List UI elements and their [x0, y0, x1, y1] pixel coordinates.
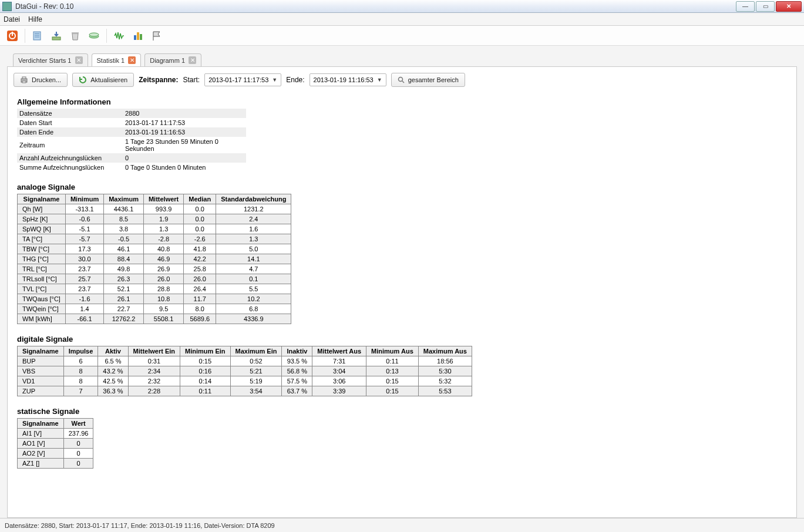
tab-close-icon[interactable]: ✕ [189, 56, 196, 64]
cell-value: 4436.1 [104, 204, 144, 214]
cell-value: 26.0 [143, 274, 183, 284]
digital-heading: digitale Signale [17, 335, 787, 344]
static-heading: statische Signale [17, 407, 787, 416]
tab-diagramm[interactable]: Diagramm 1 ✕ [144, 53, 201, 66]
cell-value: 36.3 % [98, 386, 128, 396]
print-button[interactable]: Drucken... [14, 73, 68, 87]
cell-value: 46.9 [143, 254, 183, 264]
menu-file[interactable]: Datei [4, 15, 20, 23]
waveform-icon[interactable] [112, 28, 127, 43]
cell-value: 42.2 [184, 254, 216, 264]
cell-value: 6.5 % [98, 356, 128, 366]
printer-icon [20, 76, 28, 84]
column-header: Standardabweichung [216, 194, 291, 204]
cell-value: -0.6 [65, 214, 103, 224]
cell-value: 42.5 % [98, 376, 128, 386]
tab-close-icon[interactable]: ✕ [128, 56, 136, 64]
cell-value: 26.9 [143, 264, 183, 274]
cell-value: 11.7 [184, 294, 216, 304]
cell-value: 30.0 [65, 254, 103, 264]
full-range-button[interactable]: gesamter Bereich [391, 73, 465, 87]
cell-value: 0:13 [366, 366, 419, 376]
cell-value: 28.8 [143, 284, 183, 294]
info-key: Daten Ende [17, 127, 123, 137]
disk-icon[interactable] [86, 28, 102, 43]
cell-value: 52.1 [104, 284, 144, 294]
info-key: Zeitraum [17, 137, 123, 153]
cell-value: 88.4 [104, 254, 144, 264]
analog-table: SignalnameMinimumMaximumMittelwertMedian… [17, 194, 291, 324]
statusbar: Datensätze: 2880, Start: 2013-01-17 11:1… [0, 518, 804, 532]
svg-rect-3 [33, 32, 41, 40]
flag-icon[interactable] [149, 28, 164, 43]
trash-icon[interactable] [68, 28, 83, 43]
cell-value: 3:04 [312, 366, 366, 376]
cell-value: 0:16 [180, 366, 230, 376]
column-header: Maximum Aus [418, 346, 472, 356]
close-button[interactable]: ✕ [776, 1, 802, 12]
cell-value: -0.5 [104, 234, 144, 244]
signal-name: WM [kWh] [18, 314, 66, 324]
menubar: Datei Hilfe [0, 13, 804, 26]
cell-value: 43.2 % [98, 366, 128, 376]
cell-value: 4.7 [216, 264, 291, 274]
chevron-down-icon: ▼ [377, 77, 382, 83]
cell-value: 7 [63, 386, 98, 396]
signal-name: Qh [W] [18, 204, 66, 214]
cell-value: 5:53 [418, 386, 472, 396]
cell-value: -313.1 [65, 204, 103, 214]
info-value: 2880 [123, 109, 246, 118]
signal-name: AI1 [V] [18, 429, 64, 439]
magnifier-icon [398, 76, 405, 83]
tab-statistik[interactable]: Statistik 1 ✕ [92, 53, 142, 66]
cell-value: 49.8 [104, 264, 144, 274]
file-open-icon[interactable] [30, 28, 45, 43]
signal-name: AZ1 [] [18, 459, 64, 469]
cell-value: 0.0 [184, 204, 216, 214]
cell-value: 25.8 [184, 264, 216, 274]
svg-line-15 [402, 81, 404, 83]
cell-value: 9.5 [143, 304, 183, 314]
tab-label: Verdichter Starts 1 [18, 57, 72, 64]
end-datetime-value: 2013-01-19 11:16:53 [314, 76, 374, 83]
cell-value: 0:11 [366, 356, 419, 366]
cell-value: -66.1 [65, 314, 103, 324]
cell-value: -2.6 [184, 234, 216, 244]
cell-value: 0.1 [216, 274, 291, 284]
cell-value: 0.0 [184, 214, 216, 224]
svg-rect-13 [22, 81, 26, 83]
cell-value: 10.2 [216, 294, 291, 304]
cell-value: 8 [63, 376, 98, 386]
refresh-button[interactable]: Aktualisieren [72, 73, 134, 87]
cell-value: 26.4 [184, 284, 216, 294]
barchart-icon[interactable] [130, 28, 146, 43]
cell-value: -2.8 [143, 234, 183, 244]
column-header: Median [184, 194, 216, 204]
cell-value: 5.5 [216, 284, 291, 294]
minimize-button[interactable]: — [736, 1, 755, 12]
static-table: SignalnameWertAI1 [V]237.96AO1 [V]0AO2 [… [17, 418, 93, 469]
cell-value: 26.1 [104, 294, 144, 304]
general-heading: Allgemeine Informationen [17, 97, 787, 106]
refresh-icon [79, 76, 87, 84]
start-datetime-dropdown[interactable]: 2013-01-17 11:17:53 ▼ [204, 73, 281, 86]
cell-value: 26.3 [104, 274, 144, 284]
tab-close-icon[interactable]: ✕ [75, 56, 83, 64]
info-key: Daten Start [17, 118, 123, 127]
signal-name: ZUP [18, 386, 64, 396]
signal-name: VBS [18, 366, 64, 376]
download-icon[interactable] [49, 28, 64, 43]
status-text: Datensätze: 2880, Start: 2013-01-17 11:1… [5, 522, 275, 529]
cell-value: 5508.1 [143, 314, 183, 324]
menu-help[interactable]: Hilfe [28, 15, 42, 23]
cell-value: 0:15 [180, 356, 230, 366]
full-range-label: gesamter Bereich [408, 76, 459, 83]
content-scroll[interactable]: Allgemeine Informationen Datensätze2880D… [8, 93, 796, 517]
cell-value: 14.1 [216, 254, 291, 264]
cell-value: 0 [63, 459, 93, 469]
maximize-button[interactable]: ▭ [756, 1, 775, 12]
end-datetime-dropdown[interactable]: 2013-01-19 11:16:53 ▼ [310, 73, 386, 86]
tab-verdichter-starts[interactable]: Verdichter Starts 1 ✕ [13, 53, 88, 66]
power-icon[interactable] [5, 28, 20, 43]
column-header: Signalname [18, 419, 64, 429]
